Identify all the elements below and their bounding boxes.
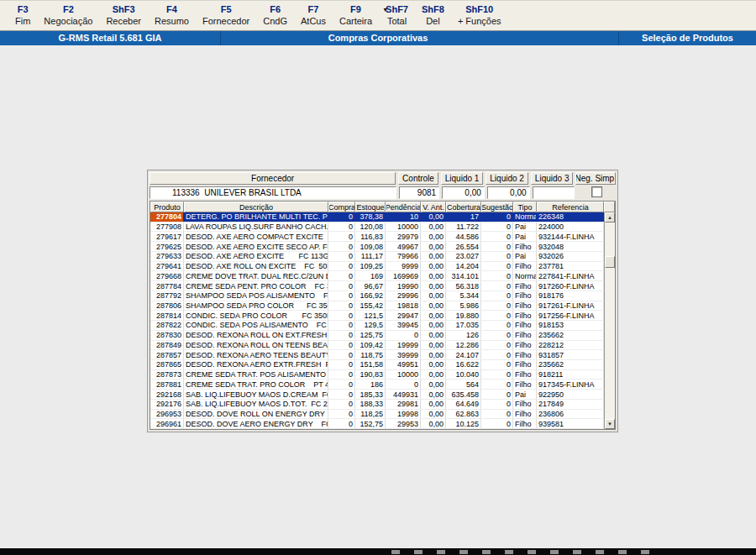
table-row-287822[interactable]: 287822CONDIC. SEDA POS ALISAMENTO FC 350… [150, 321, 604, 331]
liquido1-field[interactable]: 0,00 [442, 186, 485, 199]
toolbar-button-fim[interactable]: F3 Fim [8, 4, 37, 27]
cell-compra: 0 [328, 281, 355, 291]
column-header-referencia[interactable]: Referencia [537, 202, 604, 212]
taskbar-item-icon[interactable] [550, 550, 559, 554]
cell-produto: 287806 [150, 301, 184, 311]
cell-pend-ncia: 0 [386, 380, 421, 389]
table-row-279641[interactable]: 279641DESOD. AXE ROLL ON EXCITE FC 50ML0… [150, 262, 604, 272]
cell-estoque: 109,25 [355, 262, 386, 271]
table-row-287806[interactable]: 287806SHAMPOO SEDA PRO COLOR FC 350ML015… [150, 301, 604, 312]
toolbar-button-negocia-o[interactable]: F2 Negociação [37, 4, 99, 27]
column-header-descri-o[interactable]: Descrição [184, 202, 328, 212]
table-row-287849[interactable]: 287849DESOD. REXONA ROLL ON TEENS BEA.FC… [150, 341, 604, 351]
table-row-296953[interactable]: 296953DESOD. DOVE ROLL ON ENERGY DRY FC … [150, 410, 604, 420]
taskbar-item-icon[interactable] [482, 550, 491, 554]
column-header-v-ant[interactable]: V. Ant. [421, 202, 446, 212]
taskbar-item-icon[interactable] [618, 550, 627, 554]
cell-referencia: 235662 [537, 360, 604, 369]
toolbar-button-del[interactable]: ShF8 Del [415, 4, 451, 27]
cell-descri-o: CONDIC. SEDA PRO COLOR FC 350ML [184, 311, 328, 320]
scrollbar-track[interactable] [605, 223, 615, 419]
vertical-scrollbar[interactable]: ▲ ▼ [604, 212, 615, 429]
taskbar-item-icon[interactable] [596, 550, 604, 554]
cell-tipo: Pai [513, 252, 537, 261]
cell-tipo: Pai [513, 223, 537, 232]
scroll-down-button[interactable]: ▼ [605, 419, 615, 429]
column-header-sugest-o[interactable]: Sugestão [481, 202, 513, 212]
table-row-277908[interactable]: 277908LAVA ROUPAS LIQ.SURF BANHO CACH.FC… [150, 223, 604, 233]
taskbar-item-icon[interactable] [573, 550, 581, 554]
table-row-279668[interactable]: 279668CREME DOVE TRAT. DUAL REC.C/2UN BG… [150, 271, 604, 281]
taskbar-item-icon[interactable] [641, 550, 649, 554]
table-row-279625[interactable]: 279625DESOD. AXE AERO EXCITE SECO AP. FC… [150, 242, 604, 252]
taskbar-item-icon[interactable] [414, 550, 423, 554]
controle-field[interactable]: 9081 [399, 186, 439, 199]
taskbar-item-icon[interactable] [459, 550, 468, 554]
table-row-279633[interactable]: 279633DESOD. AXE AERO EXCITE FC 113GR011… [150, 252, 604, 262]
cell-produto: 279625 [150, 242, 184, 251]
table-row-292168[interactable]: 292168SAB. LIQ.LIFEBUOY MAOS D.CREAM FC … [150, 390, 604, 400]
column-header-tipo[interactable]: Tipo [513, 202, 537, 212]
table-row-296961[interactable]: 296961DESOD. DOVE AERO ENERGY DRY FC 89G… [150, 419, 604, 429]
toolbar-button-carteira[interactable]: F9 Carteira ▼ [333, 4, 379, 27]
table-row-287792[interactable]: 287792SHAMPOO SEDA POS ALISAMENTO FC 350… [150, 291, 604, 301]
table-row-277804[interactable]: 277804DETERG. PO BRILHANTE MULTI TEC. PE… [150, 212, 604, 223]
taskbar-item-icon[interactable] [391, 550, 400, 554]
cell-produto: 287865 [150, 360, 184, 369]
table-row-287857[interactable]: 287857DESOD. REXONA AERO TEENS BEAUTY FC… [150, 350, 604, 360]
fornecedor-field[interactable]: 113336 UNILEVER BRASIL LTDA [150, 186, 396, 199]
cell-sugest-o: 0 [481, 223, 513, 232]
table-row-287881[interactable]: 287881CREME SEDA TRAT. PRO COLOR PT 400G… [150, 380, 604, 390]
cell-referencia: 917256-F.LINHA [537, 311, 604, 320]
cell-referencia: 918153 [537, 321, 604, 330]
column-header-estoque[interactable]: Estoque [355, 202, 386, 212]
cell-estoque: 120,08 [355, 223, 386, 232]
cell-tipo: Filho [513, 341, 537, 350]
cell-compra: 0 [328, 400, 355, 409]
cell-cobertura: 17.035 [446, 321, 481, 330]
cell-estoque: 118,25 [355, 410, 386, 419]
column-header-compra[interactable]: Compra [328, 202, 355, 212]
liquido3-field[interactable] [533, 186, 575, 199]
cell-compra: 0 [328, 301, 355, 311]
cell-descri-o: CREME SEDA PENT. PRO COLOR FC 300ML [184, 281, 328, 291]
cell-produto: 287784 [150, 281, 184, 291]
toolbar-button-atcus[interactable]: F7 AtCus [294, 4, 333, 27]
table-row-287873[interactable]: 287873CREME SEDA TRAT. POS ALISAMENTO PT… [150, 370, 604, 380]
taskbar-item-icon[interactable] [437, 550, 445, 554]
cell-cobertura: 23.027 [446, 252, 481, 261]
table-row-287865[interactable]: 287865DESOD. REXONA AERO EXTR.FRESH FC 1… [150, 360, 604, 370]
table-row-287830[interactable]: 287830DESOD. REXONA ROLL ON EXT.FRESH FC… [150, 331, 604, 341]
cell-pend-ncia: 0 [386, 331, 421, 340]
table-row-292176[interactable]: 292176SAB. LIQ.LIFEBUOY MAOS D.TOT. FC 2… [150, 400, 604, 410]
cell-estoque: 111,17 [355, 252, 386, 261]
cell-v-ant: 0,00 [421, 370, 446, 380]
column-header-pend-ncia[interactable]: Pendência [386, 202, 421, 212]
neg-simp-checkbox[interactable] [591, 186, 602, 197]
taskbar-item-icon[interactable] [505, 550, 513, 554]
table-row-279617[interactable]: 279617DESOD. AXE AERO COMPACT EXCITE FC … [150, 232, 604, 242]
scroll-up-button[interactable]: ▲ [605, 212, 615, 223]
toolbar-button-total[interactable]: ShF7 Total [379, 4, 415, 27]
cell-pend-ncia: 29953 [386, 419, 421, 428]
taskbar-item-icon[interactable] [528, 550, 536, 554]
toolbar-button-label: AtCus [301, 15, 326, 27]
liquido2-field[interactable]: 0,00 [487, 186, 530, 199]
column-header-cobertura[interactable]: Cobertura [446, 202, 481, 212]
toolbar-button-cndg[interactable]: F6 CndG [256, 4, 294, 27]
toolbar-button-fun-es[interactable]: ShF10 + Funções [451, 4, 508, 27]
toolbar-button-fornecedor[interactable]: F5 Fornecedor [196, 4, 256, 27]
table-row-287784[interactable]: 287784CREME SEDA PENT. PRO COLOR FC 300M… [150, 281, 604, 291]
column-header-produto[interactable]: Produto [150, 202, 184, 212]
app-version-label: G-RMS Retail 5.681 GIA [0, 31, 221, 45]
toolbar-button-receber[interactable]: ShF3 Receber [99, 4, 148, 27]
table-row-287814[interactable]: 287814CONDIC. SEDA PRO COLOR FC 350ML012… [150, 311, 604, 321]
cell-estoque: 121,5 [355, 311, 386, 320]
cell-referencia: 917345-F.LINHA [537, 380, 604, 389]
scrollbar-thumb[interactable] [605, 256, 615, 268]
cell-estoque: 109,42 [355, 341, 386, 350]
toolbar-button-resumo[interactable]: F4 Resumo [148, 4, 196, 27]
cell-cobertura: 10.125 [446, 419, 481, 428]
cell-sugest-o: 0 [481, 232, 513, 241]
cell-descri-o: SHAMPOO SEDA PRO COLOR FC 350ML [184, 301, 328, 311]
